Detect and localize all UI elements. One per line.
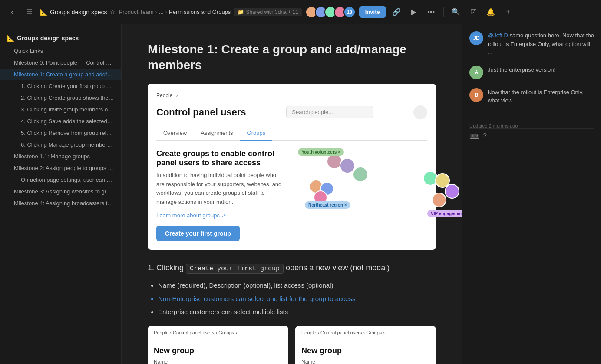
sidebar-item-1-2[interactable]: 2. Clicking Create group shows the new .… [0, 92, 121, 104]
create-group-code: Create your first group [186, 264, 284, 274]
section-prefix: 1. Clicking [148, 263, 184, 272]
comment-1: JD @Jeff D same question here. Now that … [469, 31, 594, 57]
doc-title-header: 📐 Groups design specs ☆ [40, 9, 116, 16]
back-button[interactable]: ‹ [5, 5, 19, 19]
sm-left-title: New group [148, 340, 288, 359]
topbar-right: 18 Invite 🔗 ▶ ••• 🔍 ☑ 🔔 ＋ [305, 5, 515, 19]
updated-meta: Updated 2 months ago [469, 123, 594, 128]
sidebar-item-milestone2[interactable]: Milestone 2: Assign people to groups thr… [0, 162, 121, 174]
keyboard-icon[interactable]: ⌨ [469, 132, 479, 141]
comment-3-text: Now that the rollout is Enterprise Only.… [488, 88, 594, 105]
breadcrumb-sep2: › [165, 9, 167, 15]
shared-badge[interactable]: 📁 Shared with 3dna + 11 [234, 8, 301, 16]
doc-title-text: Groups design specs [50, 9, 107, 16]
create-first-group-button[interactable]: Create your first group [156, 226, 240, 241]
breadcrumb-sep1: › [155, 9, 157, 15]
sidebar-doc-title: 📐 Groups design specs [0, 31, 121, 45]
sidebar-item-2-1[interactable]: On action page settings, user can add pe… [0, 174, 121, 186]
doc-icon: 📐 [40, 9, 47, 16]
control-panel-mockup: People › Control panel users Search peop… [148, 84, 436, 250]
mockup-header: Control panel users Search people... [156, 105, 427, 119]
sm-left-nav: People › Control panel users › Groups › [148, 326, 288, 340]
comment-2-avatar: A [469, 66, 483, 79]
comment-3-body: Now that the rollout is Enterprise Only.… [488, 88, 594, 105]
right-panel-footer: ⌨ ? [469, 128, 594, 141]
present-icon[interactable]: ▶ [407, 5, 421, 19]
sidebar-item-milestone1[interactable]: Milestone 1: Create a group and add/mana… [0, 69, 121, 80]
section-1-heading: 1. Clicking Create your first group open… [148, 262, 436, 274]
breadcrumb-ellipsis[interactable]: ... [159, 9, 164, 15]
spacer [469, 114, 594, 121]
avatar-count: 18 [343, 6, 356, 18]
section-suffix: opens a new view (not modal) [286, 263, 390, 272]
sidebar-item-1-6[interactable]: 6. Clicking Manage group members open... [0, 139, 121, 151]
breadcrumb-current: Permissions and Groups [169, 9, 231, 15]
comment-2-text: Just the enterprise version! [488, 66, 594, 74]
bell-icon[interactable]: 🔔 [484, 5, 498, 19]
sidebar-item-quick-links[interactable]: Quick Links [0, 45, 121, 57]
right-panel: JD @Jeff D same question here. Now that … [462, 24, 601, 364]
divider [443, 7, 444, 17]
sidebar-item-1-1[interactable]: 1. Clicking Create your first group open… [0, 80, 121, 92]
sidebar-item-1-4[interactable]: 4. Clicking Save adds the selected CPUs … [0, 115, 121, 127]
comment-1-mention: @Jeff D [488, 32, 508, 39]
mockup-user-avatar [413, 105, 427, 119]
sidebar-item-1-3[interactable]: 3. Clicking Invite group members opens .… [0, 104, 121, 115]
shared-label: Shared with 3dna + 11 [246, 9, 298, 15]
mockup-groups-heading: Create groups to enable control panel us… [156, 149, 283, 167]
comment-2-body: Just the enterprise version! [488, 66, 594, 79]
sm-left-body: Name California Description [148, 359, 288, 364]
mockup-nav: People › [156, 92, 427, 98]
footer-icons: ⌨ ? [469, 132, 487, 141]
sidebar-doc-title-text: Groups design specs [17, 35, 79, 42]
sm-right-title: New group [295, 340, 436, 359]
help-icon[interactable]: ? [483, 132, 487, 141]
sidebar-item-1-5[interactable]: 5. Clicking Remove from group reloads t.… [0, 127, 121, 139]
sidebar-item-milestone4[interactable]: Milestone 4: Assigning broadcasters to g… [0, 197, 121, 209]
link-icon[interactable]: 🔗 [390, 5, 403, 19]
star-icon[interactable]: ☆ [110, 9, 116, 16]
breadcrumb: Product Team › ... › Permissions and Gro… [119, 9, 231, 15]
invite-button[interactable]: Invite [359, 6, 386, 18]
sm-right-nav: People › Control panel users › Groups › [295, 326, 436, 340]
mockup-tab-overview[interactable]: Overview [156, 126, 194, 140]
mockup-page-title: Control panel users [156, 107, 246, 118]
comment-2: A Just the enterprise version! [469, 66, 594, 79]
mockup-tab-groups[interactable]: Groups [240, 126, 273, 141]
mockup-tab-assignments[interactable]: Assignments [194, 126, 240, 140]
add-icon[interactable]: ＋ [501, 5, 515, 19]
mockup-visual: Youth volunteers × Northeast region × VI… [300, 149, 427, 227]
sm-right-name-label: Name [301, 359, 430, 364]
mockup-learn-more-link[interactable]: Learn more about groups ↗ [156, 212, 283, 219]
comment-3: B Now that the rollout is Enterprise Onl… [469, 88, 594, 105]
sidebar-toggle[interactable]: ☰ [23, 5, 36, 19]
screenshots-row: People › Control panel users › Groups › … [148, 326, 436, 364]
comment-1-avatar: JD [469, 31, 483, 45]
topbar: ‹ ☰ 📐 Groups design specs ☆ Product Team… [0, 0, 601, 24]
checklist-icon[interactable]: ☑ [466, 5, 480, 19]
mockup-nav-people: People [156, 92, 172, 98]
sm-right-body: Name California Description [295, 359, 436, 364]
bullet-3: Enterprise customers can select multiple… [158, 307, 436, 317]
sidebar-item-milestone1-1[interactable]: Milestone 1.1: Manage groups [0, 151, 121, 162]
content-area: Milestone 1: Create a group and add/mana… [122, 24, 462, 364]
mockup-content: Create groups to enable control panel us… [156, 149, 427, 241]
shared-folder-icon: 📁 [238, 9, 244, 15]
screenshot-right: People › Control panel users › Groups › … [295, 326, 436, 364]
mockup-groups-desc: In addition to having individual point p… [156, 171, 283, 207]
sm-left-name-label: Name [154, 359, 282, 364]
more-options-icon[interactable]: ••• [424, 5, 438, 19]
sidebar-doc-icon: 📐 [7, 35, 14, 42]
comment-1-text: @Jeff D same question here. Now that the… [488, 31, 594, 57]
mockup-text-area: Create groups to enable control panel us… [156, 149, 283, 241]
sidebar-item-milestone0[interactable]: Milestone 0: Point people → Control pane… [0, 57, 121, 69]
bullet-1: Name (required), Description (optional),… [158, 281, 436, 291]
milestone-title: Milestone 1: Create a group and add/mana… [148, 42, 436, 73]
sidebar-item-milestone3[interactable]: Milestone 3: Assigning websites to group… [0, 186, 121, 197]
bullet-2: Non-Enterprise customers can select one … [158, 294, 436, 304]
mockup-search-input[interactable]: Search people... [286, 106, 373, 118]
search-icon[interactable]: 🔍 [449, 5, 463, 19]
breadcrumb-product-team[interactable]: Product Team [119, 9, 154, 15]
mockup-tabs: Overview Assignments Groups [156, 126, 427, 141]
sidebar: 📐 Groups design specs Quick Links Milest… [0, 24, 122, 364]
